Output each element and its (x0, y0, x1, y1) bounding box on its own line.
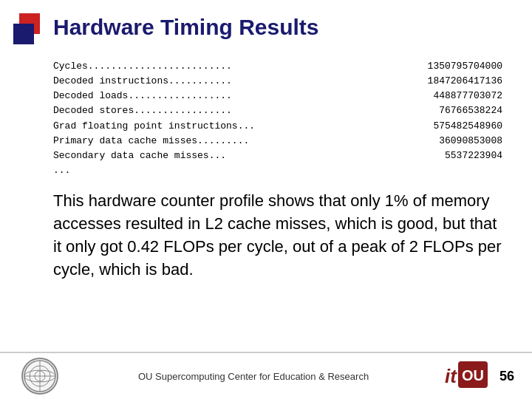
page-number: 56 (499, 369, 514, 384)
table-row: ... (53, 163, 502, 178)
row-value: 575482548960 (427, 119, 502, 134)
footer-text: OU Supercomputing Center for Education &… (138, 371, 369, 382)
table-row: Decoded loads..................448877703… (53, 89, 502, 103)
timing-table: Cycles.........................135079570… (53, 59, 502, 178)
ou-logo-svg: OU (458, 361, 488, 388)
bottom-right-area: it OU 56 (445, 361, 514, 391)
it-text: it (445, 365, 457, 388)
row-label: Secondary data cache misses... (53, 149, 226, 163)
row-value: 1350795704000 (422, 59, 502, 74)
row-label: Decoded loads.................. (53, 89, 232, 103)
row-label: ... (53, 163, 70, 178)
table-row: Secondary data cache misses...5537223904 (53, 149, 502, 163)
row-label: Cycles......................... (53, 59, 232, 74)
row-value: 36090853008 (433, 134, 502, 149)
blue-square (13, 24, 34, 44)
row-value: 448877703072 (427, 89, 502, 103)
table-row: Cycles.........................135079570… (53, 59, 502, 74)
row-label: Decoded instructions........... (53, 74, 232, 89)
content-area: Cycles.........................135079570… (53, 59, 502, 340)
row-label: Grad floating point instructions... (53, 119, 255, 134)
description-text: This hardware counter profile shows that… (53, 190, 502, 281)
page-title: Hardware Timing Results (53, 15, 502, 40)
row-value: 5537223904 (439, 149, 502, 163)
row-label: Decoded stores................. (53, 103, 232, 118)
table-row: Primary data cache misses.........360908… (53, 134, 502, 149)
row-value: 1847206417136 (422, 74, 502, 89)
svg-text:OU: OU (462, 367, 484, 383)
table-row: Decoded instructions...........184720641… (53, 74, 502, 89)
ou-brand: it OU (445, 361, 488, 391)
row-value: 76766538224 (433, 103, 502, 118)
ou-logo-wrapper: OU (458, 361, 488, 391)
decorative-squares (13, 13, 44, 44)
table-row: Grad floating point instructions...57548… (53, 119, 502, 134)
bottom-bar: OU Supercomputing Center for Education &… (0, 353, 532, 399)
institution-logo (18, 360, 62, 392)
table-row: Decoded stores.................767665382… (53, 103, 502, 118)
row-label: Primary data cache misses......... (53, 134, 249, 149)
circle-logo (21, 358, 58, 395)
